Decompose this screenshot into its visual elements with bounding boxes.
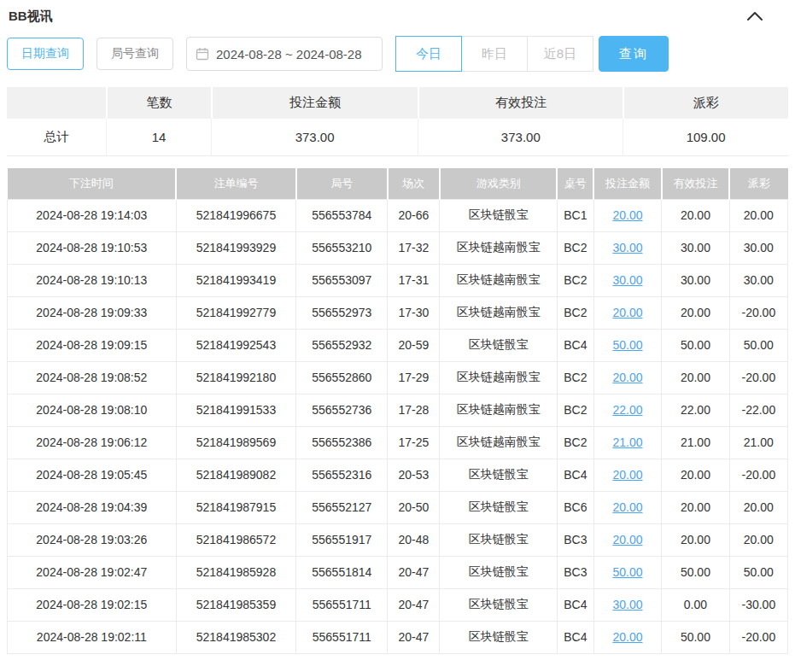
cell-payout: -20.00	[729, 621, 787, 653]
summary-header-payout: 派彩	[623, 87, 788, 119]
records-tbody: 2024-08-28 19:14:03 521841996675 5565537…	[8, 199, 788, 653]
bet-amount-link[interactable]: 20.00	[612, 533, 642, 546]
bet-amount-link[interactable]: 30.00	[612, 241, 642, 254]
cell-session: 20-59	[388, 329, 440, 361]
cell-order-number: 521841992779	[176, 296, 296, 329]
cell-bet-amount: 50.00	[593, 556, 661, 588]
cell-payout: 20.00	[729, 491, 787, 523]
cell-bet-time: 2024-08-28 19:02:15	[8, 588, 177, 621]
cell-payout: -20.00	[729, 361, 787, 394]
cell-game-type: 区块链骰宝	[440, 588, 558, 621]
cell-bet-time: 2024-08-28 19:10:13	[8, 264, 177, 296]
summary-header-empty	[7, 87, 106, 119]
header-valid-bet: 有效投注	[662, 168, 729, 199]
cell-valid-bet: 50.00	[662, 556, 729, 588]
cell-table-number: BC2	[557, 296, 593, 329]
cell-valid-bet: 30.00	[662, 231, 729, 264]
cell-payout: 50.00	[729, 329, 787, 361]
bet-amount-link[interactable]: 20.00	[612, 630, 642, 644]
bet-amount-link[interactable]: 20.00	[612, 371, 642, 384]
table-row: 2024-08-28 19:08:52 521841992180 5565528…	[8, 361, 788, 394]
quick-yesterday-button[interactable]: 昨日	[461, 36, 528, 72]
cell-game-type: 区块链越南骰宝	[440, 426, 558, 459]
page-title: BB视讯	[9, 9, 53, 25]
table-row: 2024-08-28 19:02:11 521841985302 5565517…	[8, 621, 788, 653]
summary-total-valid-bet: 373.00	[418, 119, 623, 156]
bet-amount-link[interactable]: 20.00	[612, 500, 642, 514]
table-row: 2024-08-28 19:02:47 521841985928 5565518…	[8, 556, 788, 588]
cell-bet-amount: 20.00	[593, 621, 661, 653]
cell-bet-time: 2024-08-28 19:09:15	[8, 329, 177, 361]
bet-amount-link[interactable]: 21.00	[612, 435, 642, 449]
bet-amount-link[interactable]: 20.00	[612, 468, 642, 482]
bet-amount-link[interactable]: 50.00	[612, 565, 642, 579]
cell-table-number: BC2	[557, 426, 593, 459]
cell-session: 20-66	[388, 199, 440, 231]
table-row: 2024-08-28 19:08:10 521841991533 5565527…	[8, 394, 788, 426]
cell-game-type: 区块链骰宝	[440, 199, 558, 231]
cell-payout: 50.00	[729, 556, 787, 588]
bet-amount-link[interactable]: 50.00	[612, 338, 642, 352]
cell-bet-time: 2024-08-28 19:08:10	[8, 394, 177, 426]
cell-table-number: BC6	[557, 491, 593, 523]
cell-valid-bet: 20.00	[662, 523, 729, 556]
cell-table-number: BC4	[557, 621, 593, 653]
cell-game-type: 区块链越南骰宝	[440, 264, 558, 296]
summary-total-bet-amount: 373.00	[211, 119, 418, 156]
cell-game-type: 区块链骰宝	[440, 556, 558, 588]
date-range-input[interactable]: 2024-08-28 ~ 2024-08-28	[186, 37, 383, 71]
cell-order-number: 521841992543	[176, 329, 296, 361]
cell-bet-time: 2024-08-28 19:09:33	[8, 296, 177, 329]
table-row: 2024-08-28 19:05:45 521841989082 5565523…	[8, 459, 788, 491]
summary-header-row: 笔数 投注金额 有效投注 派彩	[7, 87, 788, 119]
cell-bet-time: 2024-08-28 19:03:26	[8, 523, 177, 556]
cell-order-number: 521841985302	[176, 621, 296, 653]
bet-amount-link[interactable]: 20.00	[612, 208, 642, 222]
cell-session: 20-48	[388, 523, 440, 556]
cell-session: 17-28	[388, 394, 440, 426]
cell-bet-time: 2024-08-28 19:02:47	[8, 556, 177, 588]
cell-order-number: 521841987915	[176, 491, 296, 523]
cell-table-number: BC2	[557, 361, 593, 394]
table-row: 2024-08-28 19:10:53 521841993929 5565532…	[8, 231, 788, 264]
cell-table-number: BC4	[557, 459, 593, 491]
quick-last8days-button[interactable]: 近8日	[527, 36, 593, 72]
cell-session: 20-47	[388, 556, 440, 588]
table-row: 2024-08-28 19:06:12 521841989569 5565523…	[8, 426, 788, 459]
bet-amount-link[interactable]: 20.00	[612, 306, 642, 319]
quick-today-button[interactable]: 今日	[395, 36, 462, 72]
cell-game-type: 区块链骰宝	[440, 621, 558, 653]
calendar-icon	[196, 47, 209, 61]
header-session: 场次	[388, 168, 440, 199]
search-button[interactable]: 查询	[599, 36, 669, 72]
records-header-row: 下注时间 注单编号 局号 场次 游戏类别 桌号 投注金额 有效投注 派彩	[8, 168, 788, 199]
cell-bet-time: 2024-08-28 19:06:12	[8, 426, 177, 459]
collapse-chevron-up-icon[interactable]	[747, 12, 763, 20]
header-round-number: 局号	[296, 168, 388, 199]
cell-table-number: BC3	[557, 556, 593, 588]
cell-order-number: 521841989082	[176, 459, 296, 491]
summary-table: 笔数 投注金额 有效投注 派彩 总计 14 373.00 373.00 109.…	[7, 87, 788, 156]
cell-round-number: 556552932	[296, 329, 388, 361]
bet-amount-link[interactable]: 30.00	[612, 598, 642, 611]
cell-round-number: 556552973	[296, 296, 388, 329]
round-query-tab[interactable]: 局号查询	[96, 38, 173, 70]
cell-session: 20-47	[388, 588, 440, 621]
date-query-tab[interactable]: 日期查询	[7, 38, 84, 70]
cell-table-number: BC2	[557, 231, 593, 264]
cell-payout: -30.00	[729, 588, 787, 621]
cell-valid-bet: 50.00	[662, 621, 729, 653]
records-table: 下注时间 注单编号 局号 场次 游戏类别 桌号 投注金额 有效投注 派彩 202…	[7, 168, 788, 654]
summary-total-payout: 109.00	[623, 119, 788, 156]
cell-table-number: BC3	[557, 523, 593, 556]
cell-bet-amount: 30.00	[593, 231, 661, 264]
cell-session: 20-47	[388, 621, 440, 653]
cell-round-number: 556551917	[296, 523, 388, 556]
bet-amount-link[interactable]: 30.00	[612, 273, 642, 287]
cell-order-number: 521841993419	[176, 264, 296, 296]
bet-amount-link[interactable]: 22.00	[612, 403, 642, 417]
cell-valid-bet: 21.00	[662, 426, 729, 459]
cell-order-number: 521841985928	[176, 556, 296, 588]
header-bet-time: 下注时间	[8, 168, 177, 199]
cell-round-number: 556552316	[296, 459, 388, 491]
